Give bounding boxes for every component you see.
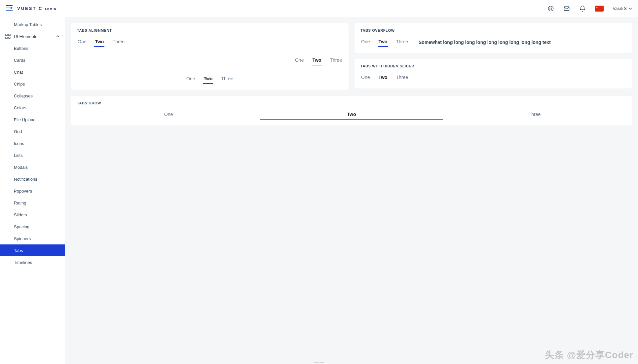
tab-three[interactable]: Three [112,38,125,47]
svg-rect-6 [6,37,7,39]
tab-one[interactable]: One [360,73,370,83]
sidebar-item-cards[interactable]: Cards [0,54,65,66]
sidebar-item-spacing[interactable]: Spacing [0,221,65,233]
sidebar-item-label: Spinners [14,236,31,241]
sidebar-item-buttons[interactable]: Buttons [0,42,65,54]
tab-three[interactable]: Three [395,38,409,47]
sidebar-item-spinners[interactable]: Spinners [0,233,65,244]
sidebar-item-label: Grid [14,129,22,134]
svg-point-1 [549,8,550,8]
sidebar-item-label: Tabs [14,248,23,253]
card-title: TABS OVERFLOW [360,28,626,32]
tab-two[interactable]: Two [378,73,388,83]
sidebar-item-label: Modals [14,165,28,170]
tab-one[interactable]: One [186,75,196,84]
sidebar-item-label: UI Elements [14,34,37,39]
card-title: TABS ALIGNMENT [77,28,343,32]
tab-three[interactable]: Three [220,75,234,84]
tab-two[interactable]: Two [260,110,443,120]
sidebar-group-ui-elements[interactable]: UI Elements [0,30,65,42]
tab-two[interactable]: Two [203,75,213,84]
tabs-overflow: One Two Three Somewhat long long long lo… [360,38,626,47]
sidebar-item-label: Popovers [14,189,32,194]
tab-overflow-extra[interactable]: Somewhat long long long long long long l… [419,40,551,45]
sidebar-item-collapses[interactable]: Collapses [0,90,65,102]
sidebar-item-label: Spacing [14,224,29,229]
brand-logo[interactable]: VUESTIC ADMIN [17,6,57,11]
tab-two[interactable]: Two [378,38,388,47]
brand-suffix: ADMIN [45,8,56,11]
sidebar-item-markup-tables[interactable]: Markup Tables [0,18,65,30]
card-tabs-alignment: TABS ALIGNMENT One Two Three One Two Thr… [71,23,349,90]
tab-one[interactable]: One [77,110,260,120]
sidebar-item-chips[interactable]: Chips [0,78,65,90]
bell-icon[interactable] [579,5,586,12]
mail-icon[interactable] [563,5,570,12]
sidebar-item-grid[interactable]: Grid [0,126,65,137]
sidebar-item-label: Rating [14,200,26,205]
sidebar-item-icons[interactable]: Icons [0,137,65,149]
chevron-down-icon [629,7,632,10]
card-title: TABS WITH HIDDEN SLIDER [360,64,626,68]
theme-icon[interactable] [547,5,554,12]
svg-point-0 [548,6,553,11]
menu-toggle-icon[interactable] [6,5,13,12]
sidebar-item-label: Chips [14,82,25,87]
card-tabs-hidden-slider: TABS WITH HIDDEN SLIDER One Two Three [355,59,632,89]
tab-one[interactable]: One [294,56,304,65]
svg-rect-4 [6,34,7,36]
sidebar-item-popovers[interactable]: Popovers [0,185,65,197]
tabs-center: One Two Three [77,75,343,84]
sidebar-item-chat[interactable]: Chat [0,66,65,78]
sidebar-item-label: File Upload [14,117,36,122]
sidebar-item-timelines[interactable]: Timelines [0,256,65,268]
tab-two[interactable]: Two [312,56,322,65]
tab-three[interactable]: Three [395,73,409,83]
tabs-hidden-slider: One Two Three [360,73,626,83]
user-name: Vasili S [613,6,627,11]
sidebar-item-label: Colors [14,105,26,110]
user-menu[interactable]: Vasili S [613,6,632,11]
sidebar-item-colors[interactable]: Colors [0,102,65,114]
tab-one[interactable]: One [360,38,370,47]
card-tabs-overflow: TABS OVERFLOW One Two Three Somewhat lon… [355,23,632,53]
chevron-up-icon [56,34,59,39]
tab-one[interactable]: One [77,38,87,47]
sidebar-item-label: Timelines [14,260,32,265]
tabs-grow: One Two Three [77,110,626,120]
card-tabs-grow: TABS GROW One Two Three [71,96,632,126]
sidebar-item-modals[interactable]: Modals [0,161,65,173]
sidebar: Markup Tables UI Elements Buttons Cards … [0,17,65,364]
tabs-left: One Two Three [77,38,343,47]
sidebar-item-label: Markup Tables [14,22,42,27]
main-content: TABS ALIGNMENT One Two Three One Two Thr… [65,17,638,364]
svg-rect-5 [9,34,10,36]
sidebar-item-label: Icons [14,141,24,146]
sidebar-item-label: Collapses [14,93,33,98]
language-flag-china[interactable] [595,6,604,12]
topbar: VUESTIC ADMIN Vasili S [0,0,638,17]
card-title: TABS GROW [77,101,626,105]
ui-elements-icon [5,34,11,39]
sidebar-item-sliders[interactable]: Sliders [0,209,65,221]
sidebar-item-notifications[interactable]: Notifications [0,173,65,185]
svg-point-7 [9,37,10,39]
tabs-right: One Two Three [77,56,343,65]
tab-three[interactable]: Three [329,56,343,65]
sidebar-item-tabs[interactable]: Tabs [0,244,65,256]
sidebar-item-label: Cards [14,58,25,63]
brand-name: VUESTIC [17,6,43,11]
sidebar-item-rating[interactable]: Rating [0,197,65,209]
sidebar-item-lists[interactable]: Lists [0,149,65,161]
sidebar-item-label: Buttons [14,46,28,51]
sidebar-item-label: Chat [14,70,23,75]
tab-two[interactable]: Two [94,38,104,47]
tab-three[interactable]: Three [443,110,626,120]
sidebar-item-label: Lists [14,153,23,158]
sidebar-item-file-upload[interactable]: File Upload [0,114,65,126]
svg-point-2 [551,8,552,8]
sidebar-item-label: Sliders [14,212,27,217]
sidebar-item-label: Notifications [14,177,37,182]
